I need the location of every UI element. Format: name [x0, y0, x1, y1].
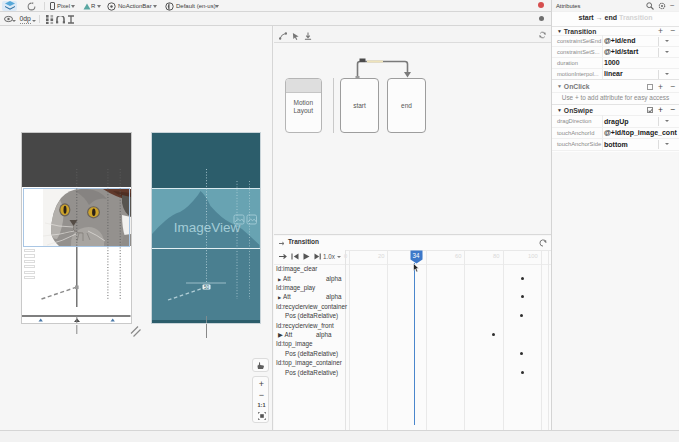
svg-text:50: 50 — [204, 285, 210, 290]
